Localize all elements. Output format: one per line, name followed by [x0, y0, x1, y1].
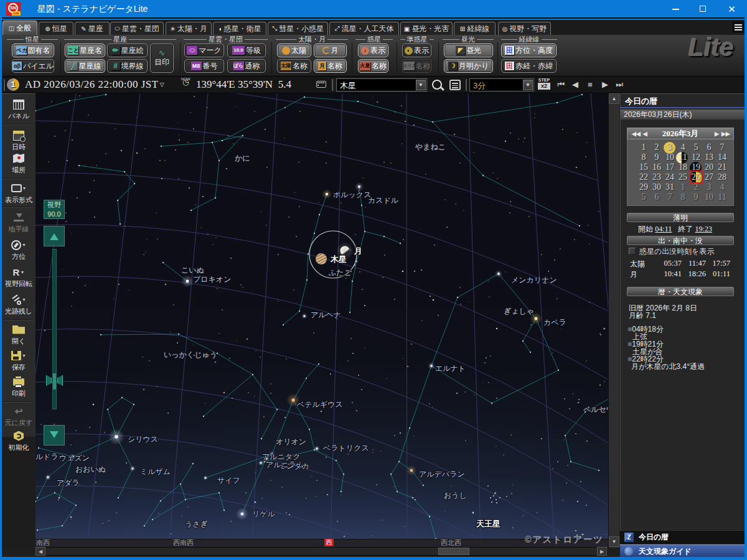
svg-text:天王星: 天王星 — [476, 519, 500, 528]
svg-text:ペルセウ: ペルセウ — [583, 405, 608, 414]
svg-text:アダラ: アダラ — [57, 478, 80, 487]
svg-text:ふたご: ふたご — [328, 268, 352, 277]
svg-text:エルナト: エルナト — [435, 364, 466, 373]
svg-text:いっかくじゅう: いっかくじゅう — [164, 350, 217, 359]
svg-text:アルニタク: アルニタク — [262, 452, 300, 461]
svg-text:ルドラ: ルドラ — [35, 452, 59, 461]
svg-text:ポルックス: ポルックス — [333, 190, 371, 199]
svg-text:やまねこ: やまねこ — [415, 142, 446, 151]
svg-text:月: 月 — [354, 246, 362, 256]
svg-text:サイフ: サイフ — [217, 476, 240, 485]
svg-text:カペラ: カペラ — [543, 318, 566, 327]
svg-text:うさぎ: うさぎ — [185, 520, 208, 528]
svg-text:おうし: おうし — [444, 491, 467, 500]
svg-text:かに: かに — [235, 154, 250, 162]
svg-text:アルヘナ: アルヘナ — [311, 310, 341, 319]
svg-text:ミルザム: ミルザム — [140, 467, 171, 476]
svg-text:ベラトリクス: ベラトリクス — [323, 444, 369, 452]
svg-text:木星: 木星 — [330, 254, 347, 264]
svg-text:シリウス: シリウス — [128, 435, 158, 444]
svg-text:メンカリナン: メンカリナン — [511, 276, 557, 284]
svg-text:おおいぬ: おおいぬ — [75, 465, 106, 474]
svg-text:ぎょしゃ: ぎょしゃ — [504, 307, 534, 315]
svg-text:オリオン: オリオン — [276, 437, 306, 446]
svg-text:リゲル: リゲル — [252, 510, 276, 518]
svg-text:こいぬ: こいぬ — [181, 266, 205, 274]
svg-text:ミンタカ: ミンタカ — [279, 462, 309, 470]
svg-text:カストル: カストル — [368, 196, 399, 205]
svg-text:アルデバラン: アルデバラン — [419, 470, 465, 478]
svg-text:ベテルギウス: ベテルギウス — [297, 400, 343, 409]
svg-text:ウェズン: ウェズン — [59, 454, 90, 462]
svg-text:プロキオン: プロキオン — [193, 275, 231, 284]
